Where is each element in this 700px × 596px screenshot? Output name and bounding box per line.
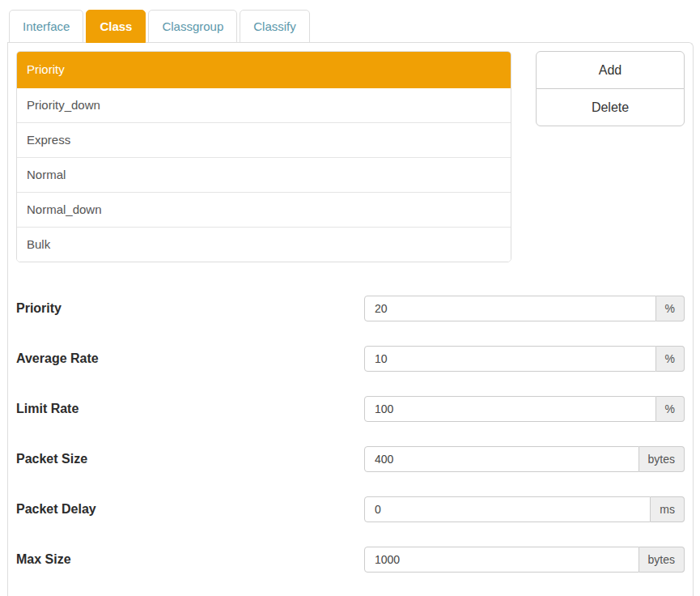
form-row-max-size: Max Size bytes bbox=[16, 547, 685, 573]
packet-delay-label: Packet Delay bbox=[16, 502, 96, 517]
average-rate-input-group: % bbox=[364, 346, 685, 372]
class-list-item-bulk[interactable]: Bulk bbox=[17, 228, 511, 262]
max-size-input[interactable] bbox=[364, 547, 639, 573]
delete-button[interactable]: Delete bbox=[536, 88, 685, 126]
class-list: Priority Priority_down Express Normal No… bbox=[16, 51, 511, 262]
form-row-packet-delay: Packet Delay ms bbox=[16, 496, 685, 522]
average-rate-input[interactable] bbox=[364, 346, 656, 372]
priority-label: Priority bbox=[16, 301, 62, 316]
tab-panel: Priority Priority_down Express Normal No… bbox=[7, 42, 694, 596]
form-row-average-rate: Average Rate % bbox=[16, 346, 685, 372]
packet-size-unit-addon: bytes bbox=[639, 446, 685, 472]
average-rate-unit-addon: % bbox=[656, 346, 685, 372]
tab-interface[interactable]: Interface bbox=[9, 10, 83, 43]
max-size-label: Max Size bbox=[16, 552, 71, 567]
packet-delay-unit-addon: ms bbox=[651, 496, 685, 522]
average-rate-label: Average Rate bbox=[16, 351, 99, 366]
class-list-item-priority[interactable]: Priority bbox=[17, 52, 511, 88]
form-row-priority: Priority % bbox=[16, 296, 685, 321]
priority-input-group: % bbox=[364, 296, 685, 321]
packet-size-input[interactable] bbox=[364, 446, 639, 472]
packet-size-input-group: bytes bbox=[364, 446, 685, 472]
priority-input[interactable] bbox=[364, 296, 656, 321]
max-size-unit-addon: bytes bbox=[639, 547, 685, 573]
list-action-buttons: Add Delete bbox=[536, 51, 685, 126]
packet-delay-input[interactable] bbox=[364, 496, 651, 522]
tab-bar: Interface Class Classgroup Classify bbox=[0, 10, 700, 42]
limit-rate-unit-addon: % bbox=[656, 396, 685, 422]
tab-classgroup[interactable]: Classgroup bbox=[148, 10, 237, 43]
class-list-item-normal[interactable]: Normal bbox=[17, 158, 511, 193]
limit-rate-label: Limit Rate bbox=[16, 402, 78, 416]
add-button[interactable]: Add bbox=[536, 51, 685, 89]
limit-rate-input-group: % bbox=[364, 396, 685, 422]
class-settings-form: Priority % Average Rate % Limit Rate % bbox=[16, 296, 685, 573]
priority-unit-addon: % bbox=[656, 296, 685, 321]
tab-class[interactable]: Class bbox=[86, 10, 146, 43]
max-size-input-group: bytes bbox=[364, 547, 685, 573]
form-row-limit-rate: Limit Rate % bbox=[16, 396, 685, 422]
class-list-item-priority-down[interactable]: Priority_down bbox=[17, 88, 511, 123]
form-row-packet-size: Packet Size bytes bbox=[16, 446, 685, 472]
tab-classify[interactable]: Classify bbox=[240, 10, 310, 43]
class-list-section: Priority Priority_down Express Normal No… bbox=[16, 51, 685, 262]
packet-delay-input-group: ms bbox=[364, 496, 685, 522]
packet-size-label: Packet Size bbox=[16, 452, 87, 466]
class-list-item-express[interactable]: Express bbox=[17, 123, 511, 158]
qos-settings-page: Interface Class Classgroup Classify Prio… bbox=[0, 0, 700, 596]
limit-rate-input[interactable] bbox=[364, 396, 656, 422]
class-list-item-normal-down[interactable]: Normal_down bbox=[17, 193, 511, 228]
